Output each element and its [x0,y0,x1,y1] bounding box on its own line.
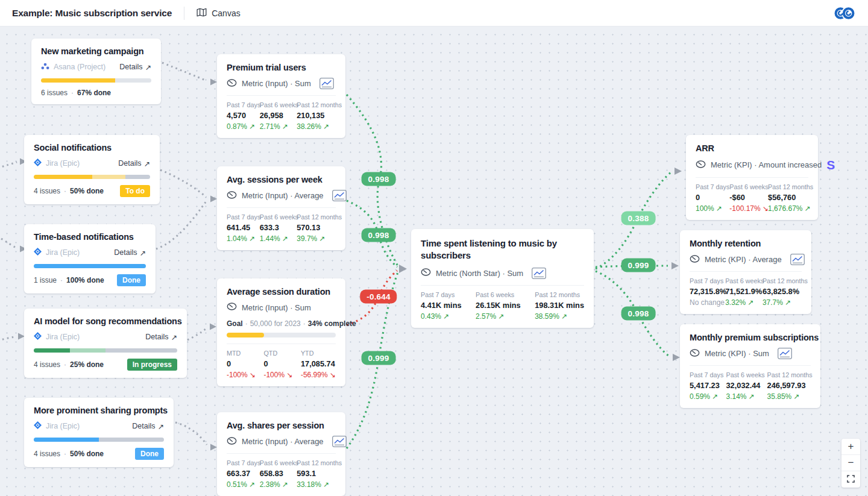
metric-card-avg-shares-per-session[interactable]: Avg. shares per session Metric (Input) ·… [217,412,345,496]
fit-view-button[interactable] [841,471,860,488]
stat-column: Past 12 months63,825.8%37.7% ↗ [763,277,802,307]
source-label: Jira (Epic) [46,422,80,430]
correlation-badge[interactable]: 0.388 [621,212,656,225]
header-divider [184,7,184,20]
stat-period-label: Past 6 weeks [260,213,293,221]
stat-column: Past 6 weeks26,9582.71% ↗ [260,101,293,131]
stat-value: 0 [263,359,292,368]
source-label: Jira (Epic) [46,159,80,168]
metric-card-avg-sessions-per-week[interactable]: Avg. sessions per week Metric (Input) · … [217,166,345,250]
correlation-badge[interactable]: -0.644 [360,290,397,304]
progress-bar [34,175,150,179]
stat-delta: -100.17% ↘ [729,204,764,213]
details-link[interactable]: Details↗ [119,63,151,72]
correlation-badge[interactable]: 0.999 [621,259,656,272]
goal-target: 50,000 for 2023 [250,319,301,328]
source-label: Jira (Epic) [46,248,80,257]
stat-delta: 0.51% ↗ [227,480,256,489]
metric-card-monthly-premium-subscriptions[interactable]: Monthly premium subscriptions Metric (KP… [680,324,820,408]
stat-value: 4.41K mins [421,301,462,310]
percent-done: 25% done [70,360,104,369]
stat-period-label: Past 7 days [227,213,256,221]
correlation-badge[interactable]: 0.999 [362,351,396,365]
project-card-sharing-prompts[interactable]: More prominent sharing prompts Jira (Epi… [24,398,174,467]
percent-done: 50% done [70,187,104,195]
stat-column: MTD0-100% ↘ [227,350,256,379]
progress-segment [34,348,70,353]
stat-period-label: Past 12 months [535,291,584,298]
details-link[interactable]: Details↗ [114,248,146,257]
details-link[interactable]: Details↗ [145,333,177,342]
metric-stats: Past 7 days4.41K mins0.43% ↗Past 6 weeks… [421,285,584,321]
metric-card-arr[interactable]: ARR Metric (KPI) · Amount increased S Pa… [686,135,818,220]
stat-period-label: Past 7 days [227,101,256,108]
stat-delta: 0.87% ↗ [227,122,256,131]
stat-period-label: Past 6 weeks [726,371,764,378]
zoom-out-button[interactable]: − [841,455,860,471]
tab-canvas[interactable]: Canvas [197,8,240,19]
correlation-badge[interactable]: 0.998 [621,307,656,321]
stat-delta: 38.59% ↗ [535,312,584,321]
stat-value: 658.83 [260,469,293,478]
stat-column: Past 6 weeks71,521.9%3.32% ↗ [725,277,759,307]
metric-type-label: Metric (KPI) · Average [705,255,782,264]
chart-icon[interactable] [790,254,805,265]
details-link[interactable]: Details↗ [132,422,164,431]
stat-column: Past 6 weeks658.832.38% ↗ [260,459,293,489]
card-title: Average session duration [227,287,336,297]
external-link-icon: ↗ [144,159,150,168]
stat-column: Past 7 days5,417.230.59% ↗ [690,371,723,401]
stat-value: 593.1 [297,469,336,478]
goal-label: Goal [227,319,243,328]
stat-period-label: Past 6 weeks [476,291,521,298]
stat-column: Past 7 days0100% ↗ [696,183,726,213]
correlation-badge[interactable]: 0.998 [362,228,396,242]
project-card-time-based-notifications[interactable]: Time-based notifications Jira (Epic) Det… [24,224,156,294]
card-title: New marketing campaign [41,46,151,56]
progress-segment [92,175,126,179]
status-badge: Done [117,274,146,286]
stat-value: 4,570 [227,111,256,120]
gauge-icon [690,254,700,265]
goal-progress-bar [227,333,336,337]
stat-delta: -100% ↘ [227,371,256,379]
stat-delta: 3.14% ↗ [726,392,764,401]
gauge-icon [227,302,237,313]
stat-column: Past 6 weeks32,032.443.14% ↗ [726,371,764,401]
metric-stats: Past 7 days5,417.230.59% ↗Past 6 weeks32… [690,365,811,401]
metric-card-premium-trial-users[interactable]: Premium trial users Metric (Input) · Sum… [217,54,345,138]
chart-icon[interactable] [332,190,347,201]
stat-delta: 1.44% ↗ [260,234,293,243]
issue-count: 6 issues [41,89,68,97]
project-card-social-notifications[interactable]: Social notifications Jira (Epic) Details… [24,135,160,204]
zoom-in-button[interactable]: + [841,439,860,455]
stat-delta: 1.04% ↗ [227,234,256,243]
stat-delta: -56.99% ↘ [301,371,336,379]
issue-count: 4 issues [34,450,60,458]
chart-icon[interactable] [319,78,334,89]
doubleloop-logo[interactable] [833,6,856,20]
card-title: Premium trial users [227,63,336,72]
stat-column: Past 6 weeks-$60-100.17% ↘ [729,183,764,213]
chart-icon[interactable] [332,436,347,447]
stat-delta: 3.32% ↗ [725,298,759,307]
chart-icon[interactable] [532,268,546,279]
stat-value: 663.37 [227,469,256,478]
metric-card-monthly-retention[interactable]: Monthly retention Metric (KPI) · Average… [680,230,811,314]
project-card-new-marketing-campaign[interactable]: New marketing campaign Asana (Project) D… [31,39,161,104]
jira-icon [34,421,42,432]
stat-period-label: Past 12 months [297,459,336,466]
metric-card-north-star[interactable]: Time spent listening to music by subscri… [411,229,594,328]
correlation-badge[interactable]: 0.998 [362,172,396,186]
metric-stats: Past 7 days0100% ↗Past 6 weeks-$60-100.1… [696,177,808,213]
issue-count: 4 issues [34,187,60,195]
stat-value: 72,315.8% [690,287,722,296]
chart-icon[interactable] [778,348,792,359]
metric-card-average-session-duration[interactable]: Average session duration Metric (Input) … [217,278,345,386]
stat-period-label: Past 6 weeks [260,101,293,108]
progress-bar [34,264,146,268]
card-title: ARR [696,143,808,153]
project-card-ai-model[interactable]: AI model for song recommendations Jira (… [24,309,187,378]
details-link[interactable]: Details↗ [118,159,150,168]
stat-period-label: Past 12 months [297,101,336,108]
